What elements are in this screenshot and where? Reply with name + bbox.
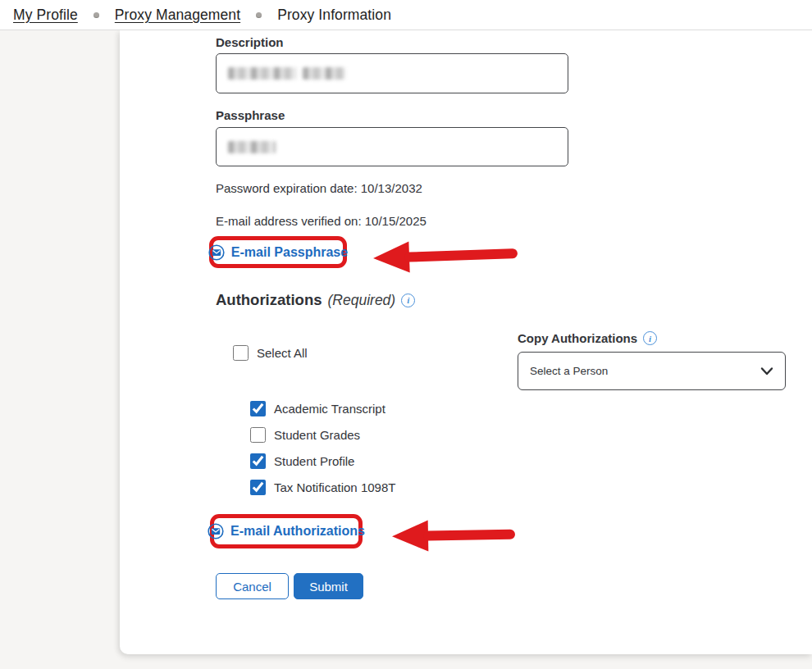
info-icon[interactable]: i <box>401 294 415 307</box>
breadcrumb-proxy-management[interactable]: Proxy Management <box>115 7 240 24</box>
authorizations-heading-text: Authorizations <box>216 291 322 309</box>
annotation-highlight-box: E-mail Passphrase <box>209 236 347 268</box>
email-verified-text: E-mail address verified on: 10/15/2025 <box>216 214 427 228</box>
authorization-label: Student Profile <box>274 454 354 468</box>
cancel-button[interactable]: Cancel <box>216 573 289 599</box>
authorization-row: Academic Transcript <box>250 401 385 416</box>
annotation-arrow <box>392 519 516 553</box>
breadcrumb: My Profile Proxy Management Proxy Inform… <box>0 0 812 30</box>
tax-notification-checkbox[interactable] <box>250 480 266 495</box>
select-all-label: Select All <box>257 346 308 360</box>
info-icon[interactable]: i <box>643 331 657 345</box>
redacted-value <box>228 141 276 153</box>
select-all-row: Select All <box>233 345 308 361</box>
submit-button[interactable]: Submit <box>294 573 363 599</box>
student-grades-checkbox[interactable] <box>250 427 266 443</box>
password-expiration-text: Password expiration date: 10/13/2032 <box>216 181 422 195</box>
passphrase-input[interactable] <box>216 127 568 166</box>
authorization-label: Academic Transcript <box>274 402 385 416</box>
envelope-icon <box>208 244 225 261</box>
student-profile-checkbox[interactable] <box>250 453 266 469</box>
description-label: Description <box>216 35 284 49</box>
authorization-label: Tax Notification 1098T <box>274 480 395 494</box>
chevron-down-icon <box>760 366 773 376</box>
breadcrumb-my-profile[interactable]: My Profile <box>13 7 78 24</box>
breadcrumb-separator-dot <box>256 12 262 18</box>
select-value: Select a Person <box>530 365 608 377</box>
email-passphrase-label: E-mail Passphrase <box>231 245 348 260</box>
description-input[interactable] <box>216 53 568 93</box>
passphrase-label: Passphrase <box>216 108 285 122</box>
select-all-checkbox[interactable] <box>233 345 249 361</box>
copy-authorizations-select[interactable]: Select a Person <box>518 352 786 390</box>
redacted-value <box>228 67 297 80</box>
authorizations-heading: Authorizations (Required) i <box>216 291 415 309</box>
proxy-information-panel: Description Passphrase Password expirati… <box>120 30 812 654</box>
authorization-label: Student Grades <box>274 428 360 442</box>
email-authorizations-button[interactable]: E-mail Authorizations <box>208 523 365 539</box>
breadcrumb-separator-dot <box>94 12 99 18</box>
redacted-value <box>303 67 345 80</box>
annotation-arrow <box>372 238 518 274</box>
authorization-row: Student Profile <box>250 453 354 469</box>
annotation-highlight-box: E-mail Authorizations <box>210 514 363 548</box>
authorization-row: Student Grades <box>250 427 360 443</box>
copy-authorizations-label: Copy Authorizations <box>518 331 637 345</box>
email-authorizations-label: E-mail Authorizations <box>230 524 365 539</box>
email-passphrase-button[interactable]: E-mail Passphrase <box>208 244 348 261</box>
academic-transcript-checkbox[interactable] <box>250 401 266 416</box>
authorization-row: Tax Notification 1098T <box>250 480 395 495</box>
copy-authorizations-header: Copy Authorizations i <box>518 331 657 345</box>
envelope-icon <box>208 523 224 539</box>
required-label: (Required) <box>328 292 396 309</box>
breadcrumb-proxy-information: Proxy Information <box>277 7 391 24</box>
